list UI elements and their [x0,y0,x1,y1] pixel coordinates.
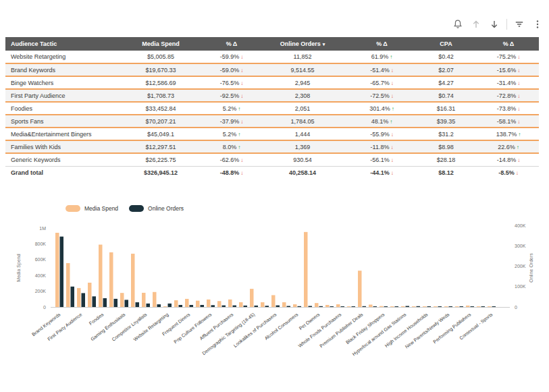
media-spend-bar[interactable] [477,306,481,307]
media-spend-bar[interactable] [120,293,124,307]
media-spend-bar[interactable] [99,245,103,307]
col-header-audience-tactic[interactable]: Audience Tactic [5,37,113,51]
media-spend-bar[interactable] [380,306,384,307]
online-orders-bar[interactable] [136,302,140,307]
online-orders-bar[interactable] [460,306,464,307]
media-spend-bar[interactable] [77,288,81,307]
media-spend-bar[interactable] [153,292,157,307]
col-header-oo-delta[interactable]: % Δ [350,37,414,51]
col-header-ms-delta[interactable]: % Δ [208,37,255,51]
media-spend-bar[interactable] [466,306,470,307]
media-spend-bar[interactable] [412,306,416,307]
media-spend-bar[interactable] [66,263,70,307]
online-orders-bar[interactable] [449,306,453,307]
online-orders-bar[interactable] [287,306,291,307]
media-spend-bar[interactable] [315,303,319,307]
online-orders-bar[interactable] [265,306,269,307]
alert-bell-icon[interactable] [452,18,464,30]
online-orders-bar[interactable] [114,299,118,307]
online-orders-bar[interactable] [471,306,475,307]
online-orders-bar[interactable] [147,304,151,307]
online-orders-bar[interactable] [179,305,183,307]
media-spend-bar[interactable] [358,271,362,307]
media-spend-bar[interactable] [369,304,373,307]
online-orders-bar[interactable] [211,305,215,307]
media-spend-bar[interactable] [271,295,276,307]
media-spend-bar[interactable] [390,306,394,307]
online-orders-bar[interactable] [438,306,442,307]
media-spend-bar[interactable] [325,305,330,307]
online-orders-bar[interactable] [384,306,388,307]
online-orders-bar[interactable] [427,306,432,307]
arrow-down-icon[interactable] [488,18,500,30]
online-orders-bar[interactable] [190,305,194,307]
online-orders-bar[interactable] [319,306,323,307]
online-orders-bar[interactable] [298,306,302,307]
media-spend-bar[interactable] [455,306,459,307]
online-orders-bar[interactable] [363,306,367,307]
col-header-online-orders[interactable]: Online Orders▾ [255,37,350,51]
arrow-up-icon[interactable] [470,18,482,30]
online-orders-bar[interactable] [60,237,64,307]
media-spend-bar[interactable] [88,283,92,307]
online-orders-bar[interactable] [233,306,237,307]
left-axis-tick: 800K [35,242,47,246]
media-spend-bar[interactable] [207,300,211,307]
media-spend-bar[interactable] [293,304,297,307]
media-spend-bar[interactable] [336,304,340,307]
media-spend-bar[interactable] [185,299,189,307]
media-spend-bar[interactable] [401,306,405,307]
media-spend-bar[interactable] [282,302,286,307]
online-orders-bar[interactable] [481,306,486,307]
online-orders-bar[interactable] [93,296,97,307]
media-spend-bar[interactable] [250,289,254,307]
media-spend-bar[interactable] [142,293,146,307]
media-spend-bar[interactable] [174,300,178,307]
online-orders-bar[interactable] [222,306,226,307]
media-spend-bar[interactable] [131,254,135,307]
media-spend-bar[interactable] [55,233,59,307]
online-orders-bar[interactable] [82,293,86,307]
media-spend-bar[interactable] [196,301,200,307]
more-options-icon[interactable] [531,18,544,30]
oo-delta-cell: -55.9%↓ [350,128,414,140]
online-orders-bar[interactable] [103,298,107,307]
filter-icon[interactable] [513,18,525,30]
ms-delta-cell: -48.8%↓ [208,166,255,179]
online-orders-bar[interactable] [395,306,399,307]
online-orders-bar[interactable] [168,304,172,307]
media-spend-bar[interactable] [488,306,492,307]
online-orders-bar[interactable] [157,304,161,307]
online-orders-bar[interactable] [244,306,248,307]
online-orders-bar[interactable] [406,306,410,307]
ms-delta-cell: -92.5%↓ [208,89,255,102]
cpa-cell: $4.27 [414,76,478,89]
online-orders-bar[interactable] [341,306,345,307]
media-spend-bar[interactable] [228,300,232,307]
online-orders-bar[interactable] [373,306,377,307]
media-spend-bar[interactable] [304,232,308,307]
online-orders-bar[interactable] [309,306,313,307]
media-spend-bar[interactable] [109,252,113,307]
online-orders-bar[interactable] [492,306,496,307]
online-orders-bar[interactable] [276,306,280,307]
col-header-cpa-delta[interactable]: % Δ [478,37,539,51]
online-orders-bar[interactable] [201,305,205,307]
media-spend-bar[interactable] [163,306,167,307]
online-orders-bar[interactable] [125,300,129,307]
col-header-cpa[interactable]: CPA [414,37,478,51]
online-orders-bar[interactable] [330,306,334,307]
media-spend-bar[interactable] [434,306,438,307]
online-orders-bar[interactable] [352,306,356,307]
media-spend-bar[interactable] [423,306,427,307]
online-orders-bar[interactable] [255,306,259,307]
media-spend-bar[interactable] [217,301,221,307]
col-header-media-spend[interactable]: Media Spend [113,37,208,51]
media-spend-bar[interactable] [347,306,351,307]
media-spend-bar[interactable] [261,302,265,307]
media-spend-bar[interactable] [444,306,448,307]
media-spend-bar[interactable] [239,302,243,307]
online-orders-bar[interactable] [71,287,75,307]
online-orders-bar[interactable] [417,306,421,307]
media-spend-online-orders-bar-chart[interactable]: 0200K400K600K800K1M0100K200K300K400KMedi… [0,202,549,375]
